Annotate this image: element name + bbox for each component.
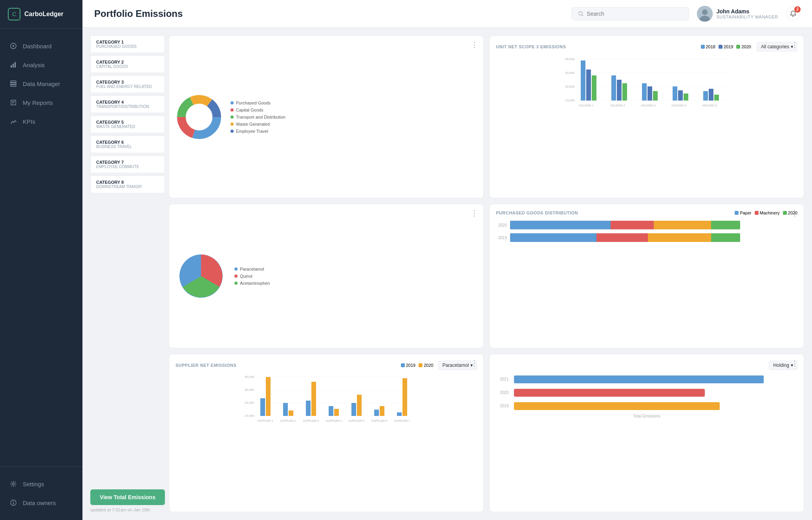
category-5[interactable]: CATEGORY 5 WASTE GENERATED bbox=[90, 115, 165, 133]
unit-net-more-menu[interactable]: ⋮ bbox=[791, 41, 798, 48]
svg-text:SUPPLIER 7: SUPPLIER 7 bbox=[394, 419, 410, 422]
svg-rect-69 bbox=[397, 412, 402, 416]
legend-paper bbox=[735, 211, 739, 215]
notification-button[interactable]: 2 bbox=[786, 7, 800, 21]
purchased-bars: 2020 2019 bbox=[496, 221, 797, 242]
svg-rect-38 bbox=[678, 90, 683, 101]
sidebar-item-analysis[interactable]: Analysis bbox=[0, 55, 82, 74]
svg-rect-32 bbox=[617, 80, 622, 101]
legend-item-transport: Transport and Distribution bbox=[230, 115, 285, 119]
dashboard-icon bbox=[9, 42, 17, 50]
holding-header: Holding ▾ bbox=[496, 361, 797, 370]
notification-badge: 2 bbox=[794, 6, 801, 13]
sidebar-bottom: Settings Data owners bbox=[0, 466, 82, 520]
sidebar-item-data-manager[interactable]: Data Manager bbox=[0, 74, 82, 93]
svg-rect-7 bbox=[11, 85, 16, 86]
sidebar-item-dashboard[interactable]: Dashboard bbox=[0, 37, 82, 55]
legend-item-waste: Waste Generated bbox=[230, 122, 285, 126]
svg-text:SUPPLIER 1: SUPPLIER 1 bbox=[258, 419, 274, 422]
svg-text:10,000: 10,000 bbox=[245, 414, 254, 417]
purchased-header: PURCHASED GOODS DISTRIBUTION Paper Machi… bbox=[496, 211, 797, 215]
legend-quinol: Quinol bbox=[234, 274, 270, 278]
supplier-title: SUPPLIER NET EMISSIONS bbox=[176, 363, 236, 368]
kpis-icon bbox=[9, 117, 17, 125]
svg-text:SUPPLIER 2: SUPPLIER 2 bbox=[280, 419, 296, 422]
svg-rect-6 bbox=[11, 83, 16, 84]
svg-rect-59 bbox=[283, 403, 288, 416]
sidebar-item-kpis[interactable]: KPIs bbox=[0, 112, 82, 131]
view-total-emissions-button[interactable]: View Total Emissions bbox=[90, 489, 165, 505]
sidebar-label-data-owners: Data owners bbox=[23, 500, 56, 506]
bar-row-2019: 2019 bbox=[496, 233, 797, 242]
supplier-controls: 2019 2020 Paracetamol ▾ bbox=[401, 361, 477, 370]
svg-text:40,000: 40,000 bbox=[565, 57, 575, 61]
pie-container: Paracetamol Quinol Acetaminophen bbox=[176, 251, 270, 302]
avatar bbox=[697, 6, 713, 22]
topbar: Portfolio Emissions John Ad bbox=[82, 0, 812, 27]
holding-bar-2021: 2021 bbox=[500, 375, 794, 383]
sidebar-item-data-owners[interactable]: Data owners bbox=[0, 493, 82, 512]
legend-dot bbox=[230, 123, 234, 126]
purchased-title: PURCHASED GOODS DISTRIBUTION bbox=[496, 211, 578, 215]
donut-container: Purchased Goods Capital Goods Transport … bbox=[176, 93, 285, 141]
donut-more-menu[interactable]: ⋮ bbox=[471, 41, 478, 48]
legend-item-capital-goods: Capital Goods bbox=[230, 108, 285, 112]
category-4[interactable]: CATEGORY 4 TRANSPORT/DISTRIBUTION bbox=[90, 95, 165, 113]
legend-dot bbox=[234, 282, 238, 285]
svg-rect-70 bbox=[402, 378, 407, 416]
pie-more-menu[interactable]: ⋮ bbox=[471, 210, 478, 217]
search-box[interactable] bbox=[571, 7, 689, 20]
sidebar-item-settings[interactable]: Settings bbox=[0, 474, 82, 493]
legend-2019 bbox=[719, 45, 722, 49]
sidebar-label-dashboard: Dashboard bbox=[23, 43, 51, 49]
svg-point-8 bbox=[13, 483, 15, 485]
legend-dot bbox=[234, 267, 238, 271]
category-8[interactable]: CATEGORY 8 DOWNSTREAM TRANSP. bbox=[90, 176, 165, 193]
svg-text:30,000: 30,000 bbox=[565, 71, 575, 75]
svg-point-12 bbox=[702, 9, 708, 15]
svg-text:20,000: 20,000 bbox=[245, 401, 254, 405]
category-7[interactable]: CATEGORY 7 EMPLOYEE COMMUTE bbox=[90, 156, 165, 173]
user-role: SUSTAINABILITY MANAGER bbox=[717, 15, 778, 19]
svg-text:SUPPLIER 3: SUPPLIER 3 bbox=[303, 419, 319, 422]
bar-2019 bbox=[510, 233, 797, 242]
pie-chart-card: ⋮ Paracetamol bbox=[169, 204, 484, 348]
supplier-header: SUPPLIER NET EMISSIONS 2019 2020 bbox=[176, 361, 477, 370]
sidebar-item-my-reports[interactable]: My Reports bbox=[0, 93, 82, 112]
category-3[interactable]: CATEGORY 3 FUEL AND ENERGY RELATED bbox=[90, 75, 165, 93]
svg-rect-62 bbox=[311, 382, 316, 416]
category-2[interactable]: CATEGORY 2 CAPITAL GOODS bbox=[90, 55, 165, 73]
sidebar-nav: Dashboard Analysis Data Manager bbox=[0, 29, 82, 466]
sidebar-label-data-manager: Data Manager bbox=[23, 81, 60, 87]
legend-2019 bbox=[401, 363, 405, 367]
holding-more-menu[interactable]: ⋮ bbox=[791, 360, 798, 367]
charts-grid: ⋮ bbox=[165, 27, 812, 520]
legend-machinery bbox=[755, 211, 759, 215]
holding-bars: 2021 2020 2019 bbox=[496, 375, 797, 410]
supplier-legend: 2019 2020 bbox=[401, 363, 433, 368]
purchased-goods-chart-card: ⋮ PURCHASED GOODS DISTRIBUTION Paper Mac… bbox=[489, 204, 804, 348]
legend-paracetamol: Paracetamol bbox=[234, 267, 270, 271]
supplier-more-menu[interactable]: ⋮ bbox=[471, 360, 478, 367]
category-6[interactable]: CATEGORY 6 BUSINESS TRAVEL bbox=[90, 135, 165, 153]
svg-rect-37 bbox=[673, 86, 677, 101]
logo-text: CarboLedger bbox=[24, 11, 64, 18]
analysis-icon bbox=[9, 61, 17, 69]
category-1[interactable]: CATEGORY 1 PURCHASED GOODS bbox=[90, 35, 165, 53]
user-info: John Adams SUSTAINABILITY MANAGER bbox=[697, 6, 778, 22]
search-input[interactable] bbox=[587, 11, 682, 17]
legend-item-employee-travel: Employee Travel bbox=[230, 129, 285, 134]
svg-text:20,000: 20,000 bbox=[565, 85, 575, 88]
svg-rect-63 bbox=[329, 406, 333, 416]
svg-text:30,000: 30,000 bbox=[245, 388, 254, 392]
svg-point-19 bbox=[187, 104, 212, 130]
data-owners-icon bbox=[9, 499, 17, 507]
unit-net-chart-svg: 40,000 30,000 20,000 10,000 bbox=[496, 55, 797, 110]
user-text: John Adams SUSTAINABILITY MANAGER bbox=[717, 8, 778, 19]
legend-dot bbox=[230, 101, 234, 104]
donut-legend: Purchased Goods Capital Goods Transport … bbox=[230, 101, 285, 134]
unit-net-legend: 2018 2019 2020 bbox=[701, 44, 751, 49]
svg-text:HOLDING 5: HOLDING 5 bbox=[702, 104, 717, 107]
purchased-more-menu[interactable]: ⋮ bbox=[791, 210, 798, 217]
svg-rect-68 bbox=[380, 406, 384, 416]
